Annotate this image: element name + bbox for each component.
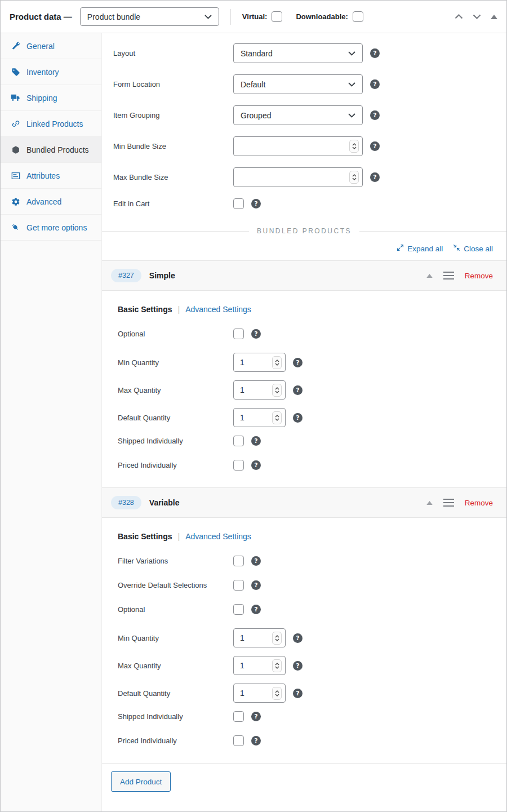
field-label-layout: Layout	[113, 49, 233, 57]
shipped-individually-checkbox[interactable]	[233, 711, 244, 722]
help-tip-icon[interactable]: ?	[251, 199, 261, 208]
form-location-select[interactable]: Default	[233, 74, 363, 94]
number-stepper-icon[interactable]	[272, 632, 282, 645]
sidebar-item-linked-products[interactable]: Linked Products	[1, 111, 101, 137]
help-tip-icon[interactable]: ?	[251, 712, 261, 721]
input-value: 1	[240, 633, 244, 642]
sidebar-item-label: Inventory	[26, 68, 59, 77]
sidebar-item-bundled-products[interactable]: Bundled Products	[1, 137, 101, 163]
help-tip-icon[interactable]: ?	[370, 141, 380, 151]
optional-checkbox[interactable]	[233, 604, 244, 615]
drag-handle-icon[interactable]	[443, 499, 454, 507]
bundled-product-header-variable: #328VariableRemove	[102, 487, 506, 518]
sidebar-item-label: Linked Products	[26, 119, 83, 128]
collapse-product-icon[interactable]	[426, 501, 433, 505]
help-tip-icon[interactable]: ?	[370, 172, 380, 182]
min-quantity-input[interactable]: 1	[233, 353, 286, 372]
optional-checkbox[interactable]	[233, 329, 244, 339]
sidebar-item-inventory[interactable]: Inventory	[1, 59, 101, 85]
number-stepper-icon[interactable]	[272, 356, 282, 369]
help-tip-icon[interactable]: ?	[251, 329, 261, 339]
help-tip-icon[interactable]: ?	[293, 358, 303, 367]
move-up-icon[interactable]	[455, 14, 463, 19]
item-grouping-select[interactable]: Grouped	[233, 105, 363, 125]
tab-advanced-settings[interactable]: Advanced Settings	[185, 305, 251, 314]
min-bundle-size-input[interactable]	[233, 136, 363, 156]
expand-all-link[interactable]: Expand all	[397, 244, 443, 253]
metabox-title: Product data —	[10, 12, 72, 21]
downloadable-checkbox[interactable]	[353, 11, 363, 22]
tab-basic-settings[interactable]: Basic Settings	[118, 305, 172, 314]
filter-variations-checkbox[interactable]	[233, 556, 244, 566]
number-stepper-icon[interactable]	[349, 171, 359, 184]
help-tip-icon[interactable]: ?	[251, 460, 261, 470]
help-tip-icon[interactable]: ?	[251, 580, 261, 590]
help-tip-icon[interactable]: ?	[370, 110, 380, 120]
help-tip-icon[interactable]: ?	[251, 736, 261, 746]
default-quantity-input[interactable]: 1	[233, 684, 286, 703]
tab-advanced-settings[interactable]: Advanced Settings	[185, 532, 251, 541]
min-quantity-input[interactable]: 1	[233, 628, 286, 647]
priced-individually-checkbox[interactable]	[233, 735, 244, 746]
default-quantity-input[interactable]: 1	[233, 408, 286, 427]
field-row-max-quantity: Max Quantity1?	[102, 656, 493, 675]
close-all-link[interactable]: Close all	[453, 244, 493, 253]
add-product-button[interactable]: Add Product	[111, 771, 171, 792]
shipped-individually-checkbox[interactable]	[233, 436, 244, 446]
number-stepper-icon[interactable]	[272, 384, 282, 397]
number-stepper-icon[interactable]	[349, 140, 359, 153]
number-stepper-icon[interactable]	[272, 411, 282, 424]
product-data-tabs-sidebar: GeneralInventoryShippingLinked ProductsB…	[1, 33, 102, 811]
max-quantity-input[interactable]: 1	[233, 656, 286, 675]
chevron-down-icon	[204, 15, 212, 19]
product-title: Simple	[149, 271, 175, 280]
drag-handle-icon[interactable]	[443, 272, 454, 279]
help-tip-icon[interactable]: ?	[293, 633, 303, 643]
help-tip-icon[interactable]: ?	[293, 661, 303, 671]
bundled-products-section-divider: BUNDLED PRODUCTS	[102, 225, 506, 237]
help-tip-icon[interactable]: ?	[370, 79, 380, 89]
edit-in-cart-checkbox[interactable]	[233, 198, 244, 209]
sidebar-item-attributes[interactable]: Attributes	[1, 163, 101, 189]
help-tip-icon[interactable]: ?	[251, 556, 261, 566]
priced-individually-checkbox[interactable]	[233, 460, 244, 471]
chevron-down-icon	[348, 51, 355, 56]
sidebar-item-general[interactable]: General	[1, 33, 101, 59]
field-row-edit-in-cart: Edit in Cart?	[102, 198, 506, 209]
sidebar-item-shipping[interactable]: Shipping	[1, 85, 101, 111]
field-label-optional: Optional	[118, 330, 233, 338]
max-bundle-size-input[interactable]	[233, 167, 363, 187]
number-stepper-icon[interactable]	[272, 687, 282, 700]
help-tip-icon[interactable]: ?	[370, 48, 380, 58]
field-row-max-bundle-size: Max Bundle Size?	[102, 167, 506, 187]
help-tip-icon[interactable]: ?	[293, 689, 303, 698]
chevron-down-icon	[348, 113, 355, 118]
collapse-toggle-icon[interactable]	[491, 15, 497, 19]
field-row-min-quantity: Min Quantity1?	[102, 628, 493, 647]
max-quantity-input[interactable]: 1	[233, 380, 286, 400]
field-label-min-quantity: Min Quantity	[118, 358, 233, 367]
product-type-selected-value: Product bundle	[87, 12, 140, 21]
remove-product-link[interactable]: Remove	[465, 499, 493, 507]
help-tip-icon[interactable]: ?	[251, 605, 261, 614]
sidebar-item-get-more-options[interactable]: Get more options	[1, 215, 101, 241]
field-row-override-default-selections: Override Default Selections?	[102, 580, 493, 591]
product-settings-panel: Basic Settings|Advanced SettingsFilter V…	[102, 518, 506, 763]
field-row-shipped-individually: Shipped Individually?	[102, 711, 493, 722]
help-tip-icon[interactable]: ?	[293, 385, 303, 395]
override-default-selections-checkbox[interactable]	[233, 580, 244, 591]
layout-select[interactable]: Standard	[233, 43, 363, 63]
help-tip-icon[interactable]: ?	[293, 413, 303, 423]
remove-product-link[interactable]: Remove	[465, 272, 493, 280]
move-down-icon[interactable]	[473, 14, 481, 19]
number-stepper-icon[interactable]	[272, 659, 282, 672]
selected-value: Default	[241, 80, 265, 89]
help-tip-icon[interactable]: ?	[251, 436, 261, 446]
truck-icon	[11, 94, 20, 102]
collapse-product-icon[interactable]	[426, 274, 433, 278]
product-type-select[interactable]: Product bundle	[80, 7, 219, 26]
sidebar-item-advanced[interactable]: Advanced	[1, 189, 101, 215]
tab-basic-settings[interactable]: Basic Settings	[118, 532, 172, 541]
virtual-checkbox[interactable]	[272, 11, 282, 22]
sidebar-item-label: Shipping	[26, 94, 57, 103]
